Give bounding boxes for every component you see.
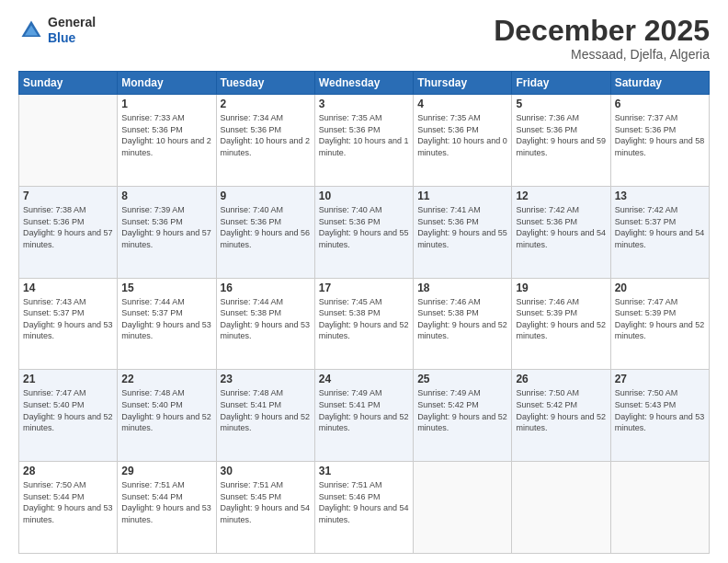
day-number: 10 [319, 190, 409, 202]
day-number: 20 [615, 282, 705, 294]
day-info: Sunrise: 7:39 AMSunset: 5:36 PMDaylight:… [121, 204, 211, 250]
logo-icon [18, 17, 44, 43]
day-info: Sunrise: 7:41 AMSunset: 5:36 PMDaylight:… [417, 204, 507, 250]
day-info: Sunrise: 7:51 AMSunset: 5:45 PMDaylight:… [221, 479, 311, 525]
day-info: Sunrise: 7:35 AMSunset: 5:36 PMDaylight:… [319, 112, 409, 158]
day-number: 27 [615, 373, 705, 385]
col-wednesday: Wednesday [314, 72, 413, 95]
day-info: Sunrise: 7:33 AMSunset: 5:36 PMDaylight:… [121, 112, 211, 158]
table-row: 14Sunrise: 7:43 AMSunset: 5:37 PMDayligh… [19, 278, 118, 370]
day-number: 25 [417, 373, 507, 385]
day-number: 9 [221, 190, 311, 202]
col-friday: Friday [512, 72, 610, 95]
day-number: 1 [121, 98, 211, 110]
calendar-header-row: Sunday Monday Tuesday Wednesday Thursday… [19, 72, 710, 95]
title-block: December 2025 Messaad, Djelfa, Algeria [494, 15, 710, 62]
day-number: 11 [417, 190, 507, 202]
table-row: 22Sunrise: 7:48 AMSunset: 5:40 PMDayligh… [118, 370, 216, 462]
day-info: Sunrise: 7:37 AMSunset: 5:36 PMDaylight:… [615, 112, 705, 158]
location-subtitle: Messaad, Djelfa, Algeria [494, 47, 710, 62]
table-row: 7Sunrise: 7:38 AMSunset: 5:36 PMDaylight… [19, 186, 118, 278]
calendar-week-row: 7Sunrise: 7:38 AMSunset: 5:36 PMDaylight… [19, 186, 710, 278]
table-row: 25Sunrise: 7:49 AMSunset: 5:42 PMDayligh… [414, 370, 512, 462]
table-row: 15Sunrise: 7:44 AMSunset: 5:37 PMDayligh… [118, 278, 216, 370]
day-info: Sunrise: 7:46 AMSunset: 5:39 PMDaylight:… [516, 296, 606, 342]
table-row: 12Sunrise: 7:42 AMSunset: 5:36 PMDayligh… [512, 186, 610, 278]
table-row: 27Sunrise: 7:50 AMSunset: 5:43 PMDayligh… [610, 370, 709, 462]
day-info: Sunrise: 7:49 AMSunset: 5:42 PMDaylight:… [417, 387, 507, 433]
day-number: 21 [23, 373, 113, 385]
table-row: 20Sunrise: 7:47 AMSunset: 5:39 PMDayligh… [610, 278, 709, 370]
table-row: 9Sunrise: 7:40 AMSunset: 5:36 PMDaylight… [216, 186, 314, 278]
table-row: 30Sunrise: 7:51 AMSunset: 5:45 PMDayligh… [216, 462, 314, 554]
day-number: 7 [23, 190, 113, 202]
col-thursday: Thursday [414, 72, 512, 95]
col-sunday: Sunday [19, 72, 118, 95]
calendar-table: Sunday Monday Tuesday Wednesday Thursday… [18, 71, 710, 554]
day-number: 26 [516, 373, 606, 385]
day-info: Sunrise: 7:40 AMSunset: 5:36 PMDaylight:… [319, 204, 409, 250]
day-number: 19 [516, 282, 606, 294]
day-info: Sunrise: 7:44 AMSunset: 5:38 PMDaylight:… [221, 296, 311, 342]
table-row: 19Sunrise: 7:46 AMSunset: 5:39 PMDayligh… [512, 278, 610, 370]
day-info: Sunrise: 7:48 AMSunset: 5:41 PMDaylight:… [221, 387, 311, 433]
table-row [414, 462, 512, 554]
day-info: Sunrise: 7:50 AMSunset: 5:43 PMDaylight:… [615, 387, 705, 433]
day-number: 30 [221, 465, 311, 477]
calendar-week-row: 1Sunrise: 7:33 AMSunset: 5:36 PMDaylight… [19, 95, 710, 187]
day-info: Sunrise: 7:48 AMSunset: 5:40 PMDaylight:… [121, 387, 211, 433]
day-info: Sunrise: 7:50 AMSunset: 5:42 PMDaylight:… [516, 387, 606, 433]
day-number: 18 [417, 282, 507, 294]
day-info: Sunrise: 7:35 AMSunset: 5:36 PMDaylight:… [417, 112, 507, 158]
day-info: Sunrise: 7:44 AMSunset: 5:37 PMDaylight:… [121, 296, 211, 342]
table-row: 28Sunrise: 7:50 AMSunset: 5:44 PMDayligh… [19, 462, 118, 554]
day-info: Sunrise: 7:51 AMSunset: 5:46 PMDaylight:… [319, 479, 409, 525]
day-number: 24 [319, 373, 409, 385]
table-row: 13Sunrise: 7:42 AMSunset: 5:37 PMDayligh… [610, 186, 709, 278]
day-info: Sunrise: 7:42 AMSunset: 5:36 PMDaylight:… [516, 204, 606, 250]
day-info: Sunrise: 7:36 AMSunset: 5:36 PMDaylight:… [516, 112, 606, 158]
logo-text: General Blue [48, 15, 96, 46]
table-row: 2Sunrise: 7:34 AMSunset: 5:36 PMDaylight… [216, 95, 314, 187]
day-number: 17 [319, 282, 409, 294]
day-number: 14 [23, 282, 113, 294]
day-number: 31 [319, 465, 409, 477]
day-info: Sunrise: 7:43 AMSunset: 5:37 PMDaylight:… [23, 296, 113, 342]
table-row: 23Sunrise: 7:48 AMSunset: 5:41 PMDayligh… [216, 370, 314, 462]
table-row: 24Sunrise: 7:49 AMSunset: 5:41 PMDayligh… [314, 370, 413, 462]
table-row: 3Sunrise: 7:35 AMSunset: 5:36 PMDaylight… [314, 95, 413, 187]
table-row: 6Sunrise: 7:37 AMSunset: 5:36 PMDaylight… [610, 95, 709, 187]
day-info: Sunrise: 7:38 AMSunset: 5:36 PMDaylight:… [23, 204, 113, 250]
day-number: 29 [121, 465, 211, 477]
day-info: Sunrise: 7:49 AMSunset: 5:41 PMDaylight:… [319, 387, 409, 433]
day-number: 6 [615, 98, 705, 110]
calendar-week-row: 21Sunrise: 7:47 AMSunset: 5:40 PMDayligh… [19, 370, 710, 462]
day-info: Sunrise: 7:45 AMSunset: 5:38 PMDaylight:… [319, 296, 409, 342]
table-row: 8Sunrise: 7:39 AMSunset: 5:36 PMDaylight… [118, 186, 216, 278]
table-row: 18Sunrise: 7:46 AMSunset: 5:38 PMDayligh… [414, 278, 512, 370]
day-info: Sunrise: 7:47 AMSunset: 5:39 PMDaylight:… [615, 296, 705, 342]
table-row: 5Sunrise: 7:36 AMSunset: 5:36 PMDaylight… [512, 95, 610, 187]
day-number: 13 [615, 190, 705, 202]
table-row: 26Sunrise: 7:50 AMSunset: 5:42 PMDayligh… [512, 370, 610, 462]
logo-blue: Blue [48, 30, 96, 46]
day-number: 23 [221, 373, 311, 385]
day-info: Sunrise: 7:40 AMSunset: 5:36 PMDaylight:… [221, 204, 311, 250]
day-info: Sunrise: 7:34 AMSunset: 5:36 PMDaylight:… [221, 112, 311, 158]
col-tuesday: Tuesday [216, 72, 314, 95]
col-saturday: Saturday [610, 72, 709, 95]
day-number: 5 [516, 98, 606, 110]
day-number: 16 [221, 282, 311, 294]
day-number: 22 [121, 373, 211, 385]
day-number: 2 [221, 98, 311, 110]
table-row: 31Sunrise: 7:51 AMSunset: 5:46 PMDayligh… [314, 462, 413, 554]
table-row: 10Sunrise: 7:40 AMSunset: 5:36 PMDayligh… [314, 186, 413, 278]
day-info: Sunrise: 7:42 AMSunset: 5:37 PMDaylight:… [615, 204, 705, 250]
table-row [512, 462, 610, 554]
day-info: Sunrise: 7:46 AMSunset: 5:38 PMDaylight:… [417, 296, 507, 342]
day-number: 4 [417, 98, 507, 110]
day-number: 3 [319, 98, 409, 110]
day-number: 12 [516, 190, 606, 202]
day-number: 15 [121, 282, 211, 294]
day-info: Sunrise: 7:51 AMSunset: 5:44 PMDaylight:… [121, 479, 211, 525]
